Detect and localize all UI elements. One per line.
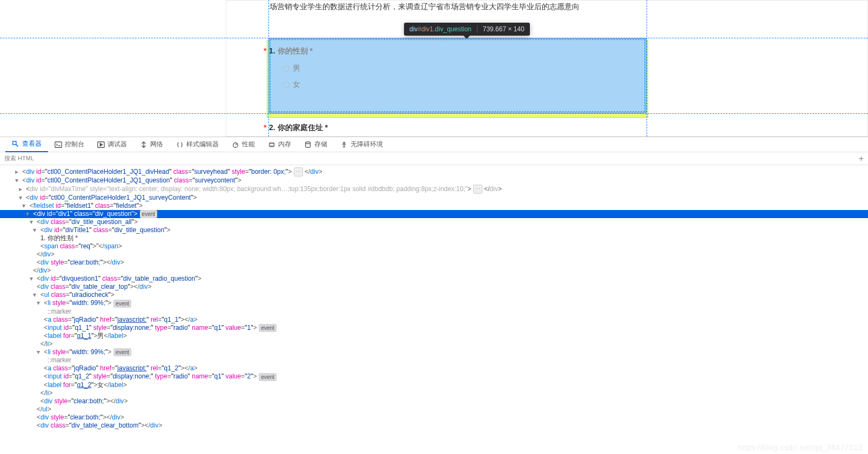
dom-node[interactable]: <div class="div_table_clear_bottom"></di… — [0, 422, 868, 430]
dom-node[interactable]: <a class="jqRadio" href="javascript:" re… — [0, 364, 868, 372]
inspector-icon — [12, 140, 19, 148]
required-star: * — [264, 123, 267, 132]
dom-node[interactable]: ::marker — [0, 356, 868, 364]
search-placeholder: 搜索 HTML — [4, 154, 34, 162]
dom-node[interactable]: ▾ <fieldset id="fieldset1" class="fields… — [0, 202, 868, 210]
required-star: * — [264, 46, 267, 55]
storage-icon — [304, 141, 312, 148]
dom-node[interactable]: 1. 你的性别 * — [0, 234, 868, 242]
dom-node[interactable]: ▸ <div id="divMaxTime" style="text-align… — [0, 185, 868, 194]
dom-node[interactable]: <span class="req">"</span> — [0, 242, 868, 250]
dom-node[interactable]: ▾ <li style="width: 99%;">event — [0, 348, 868, 356]
radio-icon — [283, 65, 290, 72]
dom-node[interactable]: ▸ <div id="ctl00_ContentPlaceHolder1_JQ1… — [0, 167, 868, 177]
dom-node[interactable]: ▾ <div class="div_title_question_all"> — [0, 218, 868, 226]
dom-node[interactable]: <label for="q1_1">男</label> — [0, 332, 868, 340]
accessibility-icon — [340, 141, 348, 148]
svg-rect-4 — [270, 143, 274, 146]
devtools-panel: 查看器 控制台 调试器 网络 样式编辑器 性能 内存 存储 无障碍环境 搜索 H… — [0, 137, 868, 454]
dom-node[interactable]: ▾ <div id="ctl00_ContentPlaceHolder1_JQ1… — [0, 177, 868, 185]
console-icon — [55, 141, 62, 148]
dom-node[interactable]: ▾ <div id="div1" class="div_question">ev… — [0, 210, 868, 218]
debugger-icon — [97, 141, 105, 148]
tab-debugger[interactable]: 调试器 — [91, 137, 133, 152]
dom-node[interactable]: </div> — [0, 250, 868, 259]
dom-node[interactable]: <label for="q1_2">女</label> — [0, 381, 868, 389]
dom-node[interactable]: ▾ <ul class="ulradiocheck"> — [0, 291, 868, 299]
tab-accessibility[interactable]: 无障碍环境 — [334, 137, 389, 152]
question-1-title: 1. 你的性别 * — [269, 46, 313, 56]
svg-rect-1 — [55, 141, 62, 147]
style-icon — [176, 141, 184, 148]
inspector-guide-bottom — [0, 113, 868, 114]
radio-icon — [283, 82, 290, 88]
inspector-tooltip: div#div1.div_question 739.667 × 140 — [404, 23, 530, 36]
dom-node[interactable]: </div> — [0, 267, 868, 275]
svg-point-6 — [344, 142, 345, 144]
dom-node[interactable]: <div class="div_table_clear_top"></div> — [0, 283, 868, 291]
dom-node[interactable]: </ul> — [0, 405, 868, 414]
survey-intro-text: 场营销专业学生的数据进行统计分析，来调查辽宁省市场营销专业大四学生毕业后的志愿意… — [226, 1, 867, 19]
tab-performance[interactable]: 性能 — [225, 137, 261, 152]
dom-node[interactable]: <div style="clear:both;"></div> — [0, 259, 868, 267]
tab-storage[interactable]: 存储 — [298, 137, 334, 152]
dom-node[interactable]: ▾ <div id="ctl00_ContentPlaceHolder1_JQ1… — [0, 194, 868, 202]
dom-node[interactable]: </li> — [0, 389, 868, 397]
tab-memory[interactable]: 内存 — [261, 137, 298, 152]
radio-option-male[interactable]: 男 — [283, 64, 300, 73]
tab-console[interactable]: 控制台 — [48, 137, 91, 152]
svg-point-5 — [306, 141, 311, 144]
performance-icon — [232, 141, 239, 148]
dom-node[interactable]: <input id="q1_1" style="display:none;" t… — [0, 324, 868, 332]
add-button[interactable]: + — [859, 154, 864, 164]
tab-inspector[interactable]: 查看器 — [5, 137, 48, 152]
radio-label: 女 — [293, 80, 300, 90]
dom-node[interactable]: <div style="clear:both;"></div> — [0, 397, 868, 405]
question-2-title: 2. 你的家庭住址 * — [269, 123, 328, 133]
network-icon — [140, 141, 147, 148]
dom-node[interactable]: ▾ <div id="divquestion1" class="div_tabl… — [0, 275, 868, 283]
dom-node[interactable]: <a class="jqRadio" href="javascript:" re… — [0, 316, 868, 324]
dom-node[interactable]: </li> — [0, 340, 868, 348]
devtools-tabs: 查看器 控制台 调试器 网络 样式编辑器 性能 内存 存储 无障碍环境 — [0, 137, 868, 152]
inspector-guide-top — [0, 38, 868, 38]
dom-node[interactable]: ▾ <div id="divTitle1" class="div_title_q… — [0, 226, 868, 234]
tab-network[interactable]: 网络 — [133, 137, 170, 152]
dom-node[interactable]: ▾ <li style="width: 99%;">event — [0, 299, 868, 307]
inspector-guide-left — [268, 0, 269, 137]
page-viewport: 场营销专业学生的数据进行统计分析，来调查辽宁省市场营销专业大四学生毕业后的志愿意… — [0, 0, 868, 137]
devtools-search-bar[interactable]: 搜索 HTML + — [0, 152, 868, 165]
radio-option-female[interactable]: 女 — [283, 80, 300, 90]
dom-tree[interactable]: ▸ <div id="ctl00_ContentPlaceHolder1_JQ1… — [0, 165, 868, 454]
inspector-highlight-content — [268, 38, 647, 113]
dom-node[interactable]: <input id="q1_2" style="display:none;" t… — [0, 372, 868, 381]
dom-node[interactable]: <div style="clear:both;"></div> — [0, 414, 868, 422]
tab-style-editor[interactable]: 样式编辑器 — [170, 137, 225, 152]
svg-rect-0 — [13, 141, 16, 144]
dom-node[interactable]: ::marker — [0, 308, 868, 316]
watermark: https://blog.csdn.net/qq_36477513 — [738, 443, 863, 452]
radio-label: 男 — [293, 64, 300, 73]
inspector-guide-right — [647, 0, 647, 137]
memory-icon — [268, 141, 275, 148]
